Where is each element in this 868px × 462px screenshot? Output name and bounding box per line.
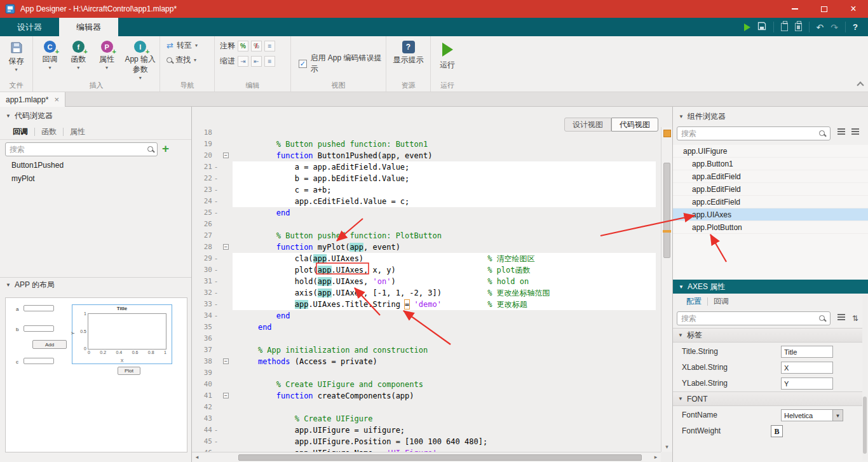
undo-icon[interactable]: ↶	[817, 22, 824, 32]
code-line-29[interactable]: 29- cla(app.UIAxes) % 清空绘图区	[192, 253, 661, 264]
run-button[interactable]: 运行	[431, 36, 464, 71]
breakpoint-dash[interactable]	[212, 356, 220, 367]
tab-callbacks[interactable]: 回调	[6, 126, 34, 137]
axes-properties-header[interactable]: ▼ AXES 属性	[673, 280, 868, 294]
editor-vertical-scrollbar[interactable]: ▾	[661, 127, 672, 452]
editor-horizontal-scrollbar[interactable]: ◂ ▸	[192, 452, 661, 462]
save-button[interactable]: 保存 ▾	[0, 36, 32, 72]
breakpoint-dash[interactable]	[212, 390, 220, 402]
code-line-26[interactable]: 26	[192, 219, 661, 230]
paste-icon[interactable]	[795, 23, 802, 31]
fontweight-bold-toggle[interactable]: B	[771, 425, 783, 437]
component-app.UIFigure[interactable]: app.UIFigure	[673, 145, 868, 158]
breakpoint-dash[interactable]: -	[212, 436, 220, 447]
code-line-34[interactable]: 34- end	[192, 310, 661, 322]
breakpoint-dash[interactable]	[212, 379, 220, 390]
breakpoint-dash[interactable]	[212, 230, 220, 241]
breakpoint-dash[interactable]: -	[212, 299, 220, 310]
code-line-35[interactable]: 35 end	[192, 322, 661, 333]
breakpoint-dash[interactable]: -	[212, 310, 220, 322]
minimize-button[interactable]	[780, 0, 810, 18]
breakpoint-dash[interactable]: -	[212, 207, 220, 219]
scroll-left-icon[interactable]: ◂	[192, 452, 202, 462]
fold-icon[interactable]: −	[223, 358, 229, 364]
breakpoint-dash[interactable]: -	[212, 173, 220, 184]
add-callback-button[interactable]: +	[162, 142, 169, 156]
component-app.UIAxes[interactable]: app.UIAxes	[673, 208, 868, 221]
design-view-button[interactable]: 设计视图	[564, 118, 611, 132]
lint-warning-marker[interactable]	[663, 230, 671, 233]
breakpoint-dash[interactable]: -	[212, 276, 220, 287]
callback-item-myPlot[interactable]: myPlot	[0, 172, 191, 186]
show-hints-button[interactable]: ? 显示提示	[386, 36, 430, 65]
code-line-42[interactable]: 42	[192, 402, 661, 413]
code-line-20[interactable]: 20− function Button1Pushed(app, event)	[192, 150, 661, 161]
code-line-30[interactable]: 30- plot(app.UIAxes, x, y) % plot函数	[192, 264, 661, 276]
breakpoint-dash[interactable]	[212, 241, 220, 253]
uiaxes-preview[interactable]: Title 10.50 00.20.40.60.81 X Y	[72, 304, 172, 364]
tab-editor[interactable]: 编辑器	[59, 18, 118, 36]
breakpoint-dash[interactable]	[212, 333, 220, 344]
code-browser-search-input[interactable]	[5, 142, 158, 156]
insert-property-button[interactable]: P+属性▾	[93, 36, 121, 80]
scroll-down-icon[interactable]: ▾	[661, 442, 672, 452]
breakpoint-dash[interactable]	[212, 402, 220, 413]
code-line-39[interactable]: 39	[192, 367, 661, 379]
copy-icon[interactable]	[781, 23, 788, 31]
code-line-21[interactable]: 21- a = app.aEditField.Value;	[192, 161, 661, 173]
code-line-32[interactable]: 32- axis(app.UIAxes, [-1, 1, -2, 3]) % 更…	[192, 287, 661, 299]
callback-item-Button1Pushed[interactable]: Button1Pushed	[0, 159, 191, 172]
goto-button[interactable]: ⇄ 转至▾	[160, 36, 214, 51]
component-app.Button1[interactable]: app.Button1	[673, 158, 868, 170]
tab-functions[interactable]: 函数	[35, 126, 63, 137]
a-editfield-preview[interactable]	[24, 305, 54, 311]
run-quick-icon[interactable]	[744, 24, 750, 31]
insert-callback-button[interactable]: C+回调▾	[36, 36, 64, 80]
component-app.aEditField[interactable]: app.aEditField	[673, 170, 868, 183]
breakpoint-dash[interactable]	[212, 127, 220, 139]
sort-icon[interactable]: ⇅	[850, 313, 861, 324]
code-line-37[interactable]: 37 % App initialization and construction	[192, 344, 661, 356]
section-header-FONT[interactable]: ▼FONT	[673, 391, 863, 406]
c-editfield-preview[interactable]	[24, 358, 54, 364]
tab-properties[interactable]: 属性	[64, 126, 92, 137]
fold-icon[interactable]: −	[223, 244, 229, 250]
code-line-31[interactable]: 31- hold(app.UIAxes, 'on') % hold on	[192, 276, 661, 287]
breakpoint-dash[interactable]: -	[212, 196, 220, 207]
app-layout-header[interactable]: ▼ APP 的布局	[0, 277, 191, 292]
breakpoint-dash[interactable]: -	[212, 184, 220, 196]
breakpoint-dash[interactable]: -	[212, 253, 220, 264]
redo-icon[interactable]: ↷	[831, 22, 838, 32]
code-line-27[interactable]: 27 % Button pushed function: PlotButton	[192, 230, 661, 241]
component-app.bEditField[interactable]: app.bEditField	[673, 183, 868, 196]
prop-input-FontName[interactable]	[781, 409, 833, 421]
component-app.PlotButton[interactable]: app.PlotButton	[673, 221, 868, 234]
code-lines[interactable]: 1819 % Button pushed function: Button120…	[192, 127, 661, 452]
component-search-input[interactable]	[677, 126, 831, 140]
code-line-25[interactable]: 25- end	[192, 207, 661, 219]
save-dropdown-icon[interactable]: ▾	[15, 68, 17, 72]
breakpoint-dash[interactable]	[212, 150, 220, 161]
add-button-preview[interactable]: Add	[32, 340, 67, 349]
lint-indicator[interactable]	[663, 130, 671, 137]
component-app.cEditField[interactable]: app.cEditField	[673, 196, 868, 208]
save-quick-icon[interactable]	[757, 22, 766, 32]
tab-close-icon[interactable]: ×	[54, 95, 59, 104]
code-line-38[interactable]: 38− methods (Access = private)	[192, 356, 661, 367]
prop-input-XLabel.String[interactable]	[781, 362, 833, 374]
code-line-28[interactable]: 28− function myPlot(app, event)	[192, 241, 661, 253]
component-browser-header[interactable]: ▼ 组件浏览器	[673, 107, 868, 126]
collapse-all-icon[interactable]	[836, 127, 847, 139]
indent-right-icon[interactable]: ≡	[264, 56, 275, 67]
breakpoint-dash[interactable]: -	[212, 264, 220, 276]
code-browser-header[interactable]: ▼ 代码浏览器	[0, 107, 191, 125]
code-line-45[interactable]: 45- app.UIFigure.Position = [100 100 640…	[192, 436, 661, 447]
code-line-44[interactable]: 44- app.UIFigure = uifigure;	[192, 425, 661, 436]
error-hints-checkbox[interactable]: ✓	[299, 60, 307, 68]
properties-search-input[interactable]	[677, 311, 831, 325]
scrollbar-thumb[interactable]	[663, 163, 670, 258]
breakpoint-dash[interactable]	[212, 344, 220, 356]
code-line-40[interactable]: 40 % Create UIFigure and components	[192, 379, 661, 390]
prop-input-YLabel.String[interactable]	[781, 377, 833, 390]
code-line-46[interactable]: 46- app.UIFigure.Name = 'UI Figure';	[192, 447, 661, 452]
